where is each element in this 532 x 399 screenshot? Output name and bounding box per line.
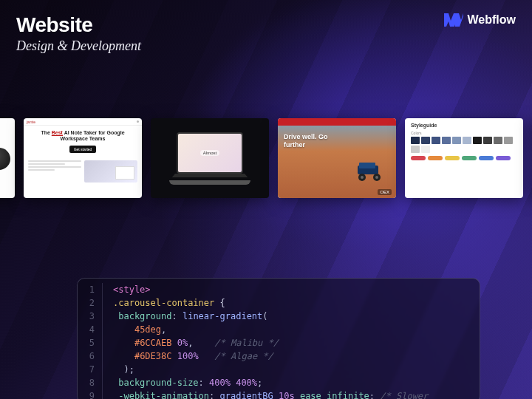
- pill-row: [411, 156, 517, 160]
- code-token: 0%: [177, 338, 188, 348]
- svg-point-5: [375, 176, 378, 179]
- code-token: 100%: [177, 351, 199, 361]
- slide-hero: The Best AI Note Taker for Google Worksp…: [24, 126, 142, 157]
- swatch-row: [411, 137, 517, 153]
- styleguide-title: Styleguide: [411, 123, 517, 128]
- mini-browser-bar: jamie: [24, 118, 142, 126]
- code-token: 400% 400%: [209, 378, 257, 388]
- vehicle-icon: [353, 163, 386, 182]
- line-number-gutter: 123456789: [78, 283, 103, 399]
- code-token: background-size: [113, 378, 199, 388]
- code-token: #6DE38C: [134, 351, 172, 361]
- headline-rest: AI Note Taker for Google Workspace Teams: [61, 130, 125, 141]
- code-token: gradientBG: [220, 391, 273, 399]
- code-token: ease: [300, 391, 321, 399]
- code-token: #6CCAEB: [134, 338, 172, 348]
- code-token: linear-gradient: [183, 311, 262, 321]
- code-comment: /* Malibu */: [214, 338, 279, 348]
- carousel-slide-styleguide[interactable]: Styleguide Colors: [405, 118, 523, 198]
- brand-logo[interactable]: Webflow: [444, 13, 516, 27]
- headline-highlight: Best: [52, 130, 63, 135]
- code-token: );: [123, 364, 134, 375]
- code-token: {: [214, 298, 225, 308]
- code-editor[interactable]: 123456789 <style> .carousel-container { …: [77, 278, 480, 399]
- title-block: Website Design & Development: [16, 13, 141, 54]
- corner-badge: OEX: [378, 189, 392, 195]
- code-comment: /* Slower: [380, 391, 428, 399]
- code-token: 10s: [279, 391, 295, 399]
- carousel-slide-notetaker[interactable]: jamie The Best AI Note Taker for Google …: [24, 118, 142, 198]
- colors-label: Colors: [411, 131, 517, 135]
- headline-prefix: The: [41, 130, 51, 135]
- code-token: infinite: [327, 391, 369, 399]
- drive-tagline: Drive well. Go further: [284, 133, 328, 149]
- carousel-slide-drive[interactable]: Drive well. Go further OEX: [278, 118, 396, 198]
- carousel-slide-peek-left[interactable]: [0, 118, 15, 198]
- code-token: .carousel-container: [113, 298, 214, 308]
- brand-name: Webflow: [468, 13, 516, 27]
- laptop-mockup: Almost: [169, 132, 250, 184]
- red-topbar: [278, 118, 396, 126]
- code-content: <style> .carousel-container { background…: [103, 283, 480, 399]
- laptop-badge: Almost: [200, 150, 219, 156]
- svg-point-3: [361, 176, 364, 179]
- drive-hero: Drive well. Go further OEX: [278, 126, 396, 198]
- code-comment: /* Algae */: [214, 351, 273, 361]
- webflow-icon: [444, 13, 463, 27]
- code-token: background: [113, 311, 171, 321]
- code-token: 45deg: [134, 324, 161, 335]
- portfolio-carousel[interactable]: jamie The Best AI Note Taker for Google …: [0, 118, 532, 207]
- slide-columns: [24, 157, 142, 185]
- header: Website Design & Development Webflow: [16, 13, 516, 54]
- carousel-slide-laptop[interactable]: Almost: [151, 118, 269, 198]
- cta-button: Get started: [69, 146, 97, 153]
- code-token: -webkit-animation: [113, 391, 209, 399]
- code-token: <style>: [113, 284, 151, 295]
- page-title: Website: [16, 13, 141, 37]
- page-subtitle: Design & Development: [16, 38, 141, 54]
- svg-rect-1: [359, 163, 375, 168]
